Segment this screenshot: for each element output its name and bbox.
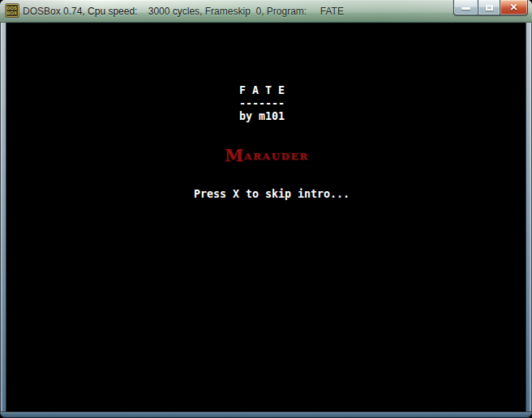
skip-intro-prompt: Press X to skip intro...: [194, 188, 350, 201]
dosbox-app-icon: DOS BOX: [6, 4, 19, 17]
app-icon-text-line1: DOS: [7, 6, 17, 11]
titlebar[interactable]: DOS BOX DOSBox 0.74, Cpu speed: 3000 cyc…: [0, 0, 532, 23]
dosbox-window: DOS BOX DOSBox 0.74, Cpu speed: 3000 cyc…: [0, 0, 532, 418]
close-button[interactable]: ✕: [500, 0, 528, 15]
maximize-button[interactable]: [478, 0, 500, 15]
close-icon: ✕: [500, 1, 527, 15]
game-byline: by m101: [239, 110, 285, 123]
marauder-logo: MARAUDER: [225, 147, 309, 164]
minimize-icon: [461, 7, 470, 10]
marauder-logo-initial: M: [225, 145, 244, 165]
game-title-underline: -------: [239, 97, 285, 110]
marauder-logo-rest: ARAUDER: [244, 151, 309, 162]
minimize-button[interactable]: [453, 0, 478, 15]
maximize-icon: [486, 5, 493, 11]
window-frame-right: [526, 23, 532, 412]
game-title: F A T E: [239, 84, 285, 97]
window-frame-bottom: [0, 412, 532, 418]
dos-screen: F A T E ------- by m101 MARAUDER Press X…: [6, 23, 526, 412]
caption-button-group: ✕: [453, 0, 528, 16]
window-frame-left: [0, 23, 6, 412]
window-title: DOSBox 0.74, Cpu speed: 3000 cycles, Fra…: [23, 6, 344, 17]
app-icon-text-line2: BOX: [7, 11, 17, 15]
